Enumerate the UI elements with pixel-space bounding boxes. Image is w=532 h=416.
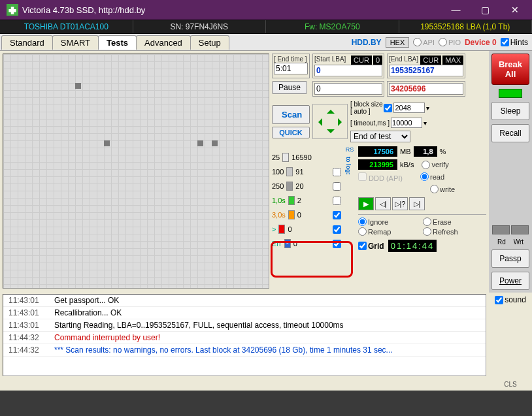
position-field-2[interactable] [389, 83, 463, 95]
quick-button[interactable]: QUICK [272, 127, 310, 138]
tab-tests[interactable]: Tests [98, 35, 137, 50]
sleep-button[interactable]: Sleep [491, 102, 529, 120]
side-panel: Break All Sleep Recall RdWrt Passp Power [489, 51, 532, 293]
sound-checkbox[interactable]: sound [495, 295, 526, 304]
chk-err[interactable] [333, 240, 341, 248]
mb-done: 17506 [358, 146, 397, 157]
api-radio[interactable]: API [413, 38, 435, 46]
test-params: [ End time ] [Start LBA]CUR0 [End LBA]CU… [269, 51, 489, 293]
start-lba-field[interactable] [314, 65, 382, 76]
device-index: Device 0 [465, 38, 497, 47]
play-button[interactable]: ▶ [358, 197, 374, 210]
log-row: 11:43:01Get passport... OK [3, 295, 486, 307]
log-area[interactable]: 11:43:01Get passport... OK11:43:01Recall… [3, 294, 486, 376]
step-back-button[interactable]: ▷|? [392, 197, 408, 210]
break-all-button[interactable]: Break All [491, 54, 529, 85]
blocksize-auto-checkbox[interactable] [384, 104, 392, 112]
refresh-radio[interactable]: Refresh [423, 227, 486, 236]
tab-setup[interactable]: Setup [190, 35, 229, 50]
log-row: 11:43:01Starting Reading, LBA=0..1953525… [3, 319, 486, 332]
device-info-bar: TOSHIBA DT01ACA100 SN: 97FN4J6NS Fw: MS2… [0, 20, 532, 34]
hddby-label: HDD.BY [352, 38, 382, 47]
wrt-led [511, 225, 529, 234]
timeout-field[interactable] [391, 118, 422, 128]
close-button[interactable]: ✕ [500, 0, 529, 20]
tab-standard[interactable]: Standard [1, 35, 53, 50]
scan-button[interactable]: Scan [272, 105, 310, 124]
window-title: Victoria 4.73b SSD, http://hdd.by [22, 5, 441, 15]
read-radio[interactable]: read [420, 172, 444, 181]
tab-smart[interactable]: SMART [52, 35, 99, 50]
title-bar: Victoria 4.73b SSD, http://hdd.by — ▢ ✕ [0, 0, 532, 20]
grid-checkbox[interactable]: Grid [358, 242, 384, 251]
remap-radio[interactable]: Remap [358, 227, 422, 236]
end-action-select[interactable]: End of test [350, 131, 410, 142]
nav-arrows[interactable] [312, 104, 348, 139]
position-field-1[interactable] [314, 83, 382, 95]
recall-button[interactable]: Recall [491, 124, 529, 142]
surface-map [3, 54, 269, 289]
hex-button[interactable]: HEX [386, 37, 410, 48]
chk-250[interactable] [333, 182, 341, 191]
pio-radio[interactable]: PIO [439, 38, 461, 46]
log-row: 11:44:32Command interrupted by user! [3, 332, 486, 344]
verify-radio[interactable]: verify [422, 161, 448, 169]
cls-button[interactable]: CLS [504, 381, 516, 388]
pause-button[interactable]: Pause [272, 81, 307, 94]
app-icon [7, 4, 18, 16]
minimize-button[interactable]: — [441, 0, 471, 20]
speed: 213995 [358, 159, 397, 170]
device-fw: Fw: MS2OA750 [266, 20, 399, 33]
chk-100[interactable] [333, 168, 341, 176]
device-model: TOSHIBA DT01ACA100 [0, 20, 133, 33]
rewind-button[interactable]: ◁| [375, 197, 391, 210]
tab-advanced[interactable]: Advanced [136, 35, 191, 50]
write-radio[interactable]: write [430, 185, 455, 193]
main-tabbar: Standard SMART Tests Advanced Setup HDD.… [0, 34, 532, 51]
log-row: 11:44:32*** Scan results: no warnings, n… [3, 344, 486, 357]
end-time-field[interactable] [274, 63, 308, 74]
chk-1s[interactable] [333, 197, 341, 205]
rd-led [492, 225, 510, 234]
timer: 01:14:44 [388, 240, 437, 252]
log-side: sound CLS [489, 293, 532, 391]
log-row: 11:43:01Recallibration... OK [3, 307, 486, 319]
device-sn: SN: 97FN4J6NS [133, 20, 267, 33]
ignore-radio[interactable]: Ignore [358, 217, 422, 226]
chk-gt[interactable] [333, 225, 341, 234]
power-button[interactable]: Power [491, 272, 529, 290]
hints-checkbox[interactable]: Hints [501, 38, 528, 47]
maximize-button[interactable]: ▢ [471, 0, 500, 20]
step-fwd-button[interactable]: ▷| [409, 197, 425, 210]
percent-done: 1,8 [414, 146, 437, 157]
status-led [499, 89, 522, 98]
chk-3s[interactable] [333, 211, 341, 219]
passp-button[interactable]: Passp [491, 249, 529, 268]
end-lba-field[interactable] [389, 65, 463, 76]
blocksize-field[interactable] [393, 103, 425, 113]
device-lba: 1953525168 LBA (1,0 Tb) [399, 20, 533, 33]
erase-radio[interactable]: Erase [423, 217, 486, 226]
